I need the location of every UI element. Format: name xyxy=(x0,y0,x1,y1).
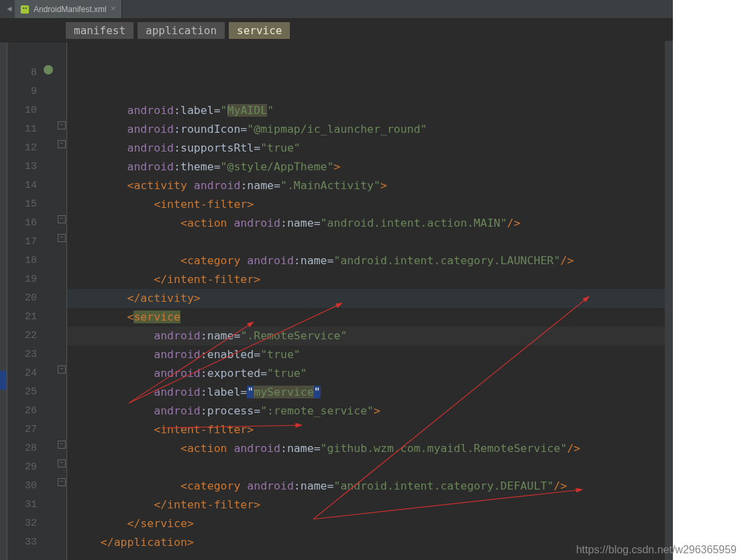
ide-window: ◄ AndroidManifest.xml × manifest applica… xyxy=(0,0,673,560)
line-number: 18 xyxy=(7,251,37,270)
svg-point-1 xyxy=(23,7,24,9)
line-number: 9 xyxy=(7,82,37,101)
line-number: 12 xyxy=(7,139,37,158)
line-number xyxy=(7,45,37,64)
line-number: 8 xyxy=(7,64,37,82)
line-number: 11 xyxy=(7,120,37,139)
line-number: 22 xyxy=(7,327,37,345)
marker-column xyxy=(42,42,56,560)
tab-bar: ◄ AndroidManifest.xml × xyxy=(0,0,673,19)
close-icon[interactable]: × xyxy=(111,5,116,13)
editor[interactable]: 8 9 10 11 12 13 14 15 16 17 18 19 20 21 … xyxy=(0,42,673,560)
fold-icon[interactable]: − xyxy=(58,121,66,129)
fold-icon[interactable]: − xyxy=(58,234,66,242)
line-number: 17 xyxy=(7,233,37,251)
fold-icon[interactable]: − xyxy=(58,140,66,148)
line-number: 21 xyxy=(7,308,37,327)
line-number: 23 xyxy=(7,345,37,364)
xml-file-icon xyxy=(20,5,30,14)
line-number: 20 xyxy=(7,289,37,308)
file-tab-label: AndroidManifest.xml xyxy=(34,5,107,14)
crumb-manifest[interactable]: manifest xyxy=(66,22,134,39)
line-number: 16 xyxy=(7,214,37,233)
svg-rect-0 xyxy=(21,5,29,13)
fold-icon[interactable]: − xyxy=(58,441,66,449)
fold-icon[interactable]: − xyxy=(58,478,66,486)
fold-column: − − − − − − − − xyxy=(56,42,67,560)
crumb-service[interactable]: service xyxy=(229,22,290,39)
line-number: 15 xyxy=(7,195,37,214)
line-number: 33 xyxy=(7,533,37,552)
line-number: 13 xyxy=(7,158,37,176)
file-tab[interactable]: AndroidManifest.xml × xyxy=(15,0,122,18)
fold-icon[interactable]: − xyxy=(58,459,66,467)
line-number: 25 xyxy=(7,383,37,402)
line-number: 29 xyxy=(7,458,37,477)
tab-scroll-left-icon[interactable]: ◄ xyxy=(4,0,15,18)
fold-icon[interactable]: − xyxy=(58,366,66,374)
breadcrumb: manifest application service xyxy=(0,19,673,42)
svg-point-2 xyxy=(25,7,27,9)
line-number: 24 xyxy=(7,364,37,383)
watermark: https://blog.csdn.net/w296365959 xyxy=(576,544,737,556)
code-area[interactable]: android:label="MyAIDL" android:roundIcon… xyxy=(67,42,673,560)
line-number: 10 xyxy=(7,101,37,120)
line-number: 26 xyxy=(7,402,37,421)
fold-icon[interactable]: − xyxy=(58,215,66,223)
line-number: 28 xyxy=(7,439,37,458)
line-gutter: 8 9 10 11 12 13 14 15 16 17 18 19 20 21 … xyxy=(7,42,42,560)
line-number: 31 xyxy=(7,496,37,514)
left-strip xyxy=(0,42,7,560)
line-number: 14 xyxy=(7,176,37,195)
gutter-icon[interactable] xyxy=(44,65,53,74)
crumb-application[interactable]: application xyxy=(138,22,225,39)
line-number: 32 xyxy=(7,514,37,533)
line-number: 19 xyxy=(7,270,37,289)
line-number: 27 xyxy=(7,421,37,439)
line-number: 30 xyxy=(7,477,37,496)
